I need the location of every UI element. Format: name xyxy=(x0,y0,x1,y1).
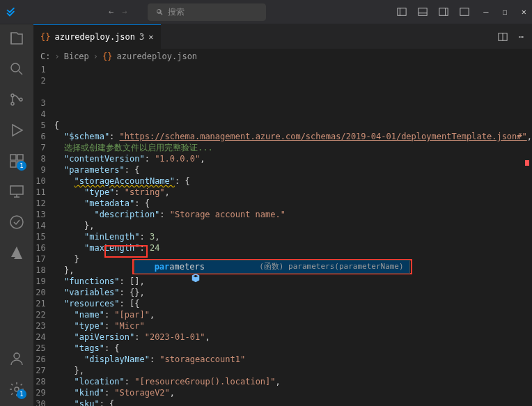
search-icon xyxy=(155,8,164,16)
json-file-icon: {} xyxy=(40,32,50,42)
svg-point-18 xyxy=(10,216,23,228)
azure-icon[interactable] xyxy=(8,244,25,261)
run-debug-icon[interactable] xyxy=(8,122,25,139)
json-file-icon: {} xyxy=(102,52,112,61)
layout-2-icon[interactable] xyxy=(418,7,428,17)
tab-name: azuredeploy.json xyxy=(54,32,135,42)
vscode-logo-icon xyxy=(6,6,17,17)
line-gutter: 1234567891011121314151617181920212223242… xyxy=(33,64,54,406)
layout-3-icon[interactable] xyxy=(439,7,448,17)
chevron-right-icon: › xyxy=(93,52,98,61)
minimap-error-marker[interactable] xyxy=(525,160,529,166)
svg-rect-13 xyxy=(10,155,16,160)
highlight-name-value xyxy=(104,245,148,258)
tab-azuredeploy[interactable]: {} azuredeploy.json 3 ✕ xyxy=(33,24,161,49)
svg-point-11 xyxy=(11,102,14,105)
intellisense-popup[interactable]: parameters (函数) parameters(parameterName… xyxy=(134,260,410,274)
svg-rect-4 xyxy=(439,8,448,16)
tab-actions: ⋯ xyxy=(498,32,532,42)
close-icon[interactable]: ✕ xyxy=(522,7,526,17)
split-editor-icon[interactable] xyxy=(498,32,508,42)
svg-point-19 xyxy=(14,353,19,359)
account-icon[interactable] xyxy=(8,350,25,367)
breadcrumb[interactable]: C: › Bicep › {} azuredeploy.json xyxy=(0,49,532,64)
breadcrumb-part[interactable]: azuredeploy.json xyxy=(117,52,198,61)
minimize-icon[interactable]: ― xyxy=(483,7,488,17)
intellisense-label: parameters xyxy=(155,261,205,272)
editor[interactable]: 1234567891011121314151617181920212223242… xyxy=(33,64,532,406)
svg-rect-15 xyxy=(10,162,16,167)
intellisense-item[interactable]: parameters (函数) parameters(parameterName… xyxy=(135,260,409,273)
title-bar: ← → 搜索 ― ☐ ✕ xyxy=(0,0,532,24)
back-icon[interactable]: ← xyxy=(109,7,114,17)
testing-icon[interactable] xyxy=(8,214,25,231)
settings-icon[interactable]: 1 xyxy=(8,381,25,398)
source-control-icon[interactable] xyxy=(8,91,25,108)
breadcrumb-part[interactable]: Bicep xyxy=(64,52,89,61)
svg-rect-17 xyxy=(10,186,23,194)
settings-badge: 1 xyxy=(17,389,26,399)
maximize-icon[interactable]: ☐ xyxy=(503,7,508,17)
code-content[interactable]: parameters (函数) parameters(parameterName… xyxy=(54,64,532,406)
breadcrumb-part[interactable]: C: xyxy=(40,52,50,61)
layout-4-icon[interactable] xyxy=(460,7,469,17)
forward-icon[interactable]: → xyxy=(122,7,127,17)
svg-point-10 xyxy=(11,94,14,97)
window-controls: ― ☐ ✕ xyxy=(483,7,526,17)
nav-arrows: ← → xyxy=(109,7,127,17)
more-actions-icon[interactable]: ⋯ xyxy=(519,32,524,42)
explorer-icon[interactable] xyxy=(8,30,25,47)
remote-icon[interactable] xyxy=(8,183,25,200)
extensions-badge: 1 xyxy=(17,161,26,171)
search-icon[interactable] xyxy=(8,61,25,77)
minimap[interactable] xyxy=(525,64,529,166)
layout-1-icon[interactable] xyxy=(397,7,407,17)
svg-rect-2 xyxy=(418,8,427,16)
search-placeholder: 搜索 xyxy=(168,6,185,18)
tab-modified-count: 3 xyxy=(139,32,144,42)
svg-rect-6 xyxy=(460,8,469,16)
svg-point-9 xyxy=(11,63,19,72)
title-actions xyxy=(397,7,469,17)
search-input[interactable]: 搜索 xyxy=(148,3,266,21)
svg-rect-0 xyxy=(398,8,406,16)
svg-point-12 xyxy=(19,98,22,101)
tab-bar: {} azuredeploy.json 3 ✕ ⋯ xyxy=(0,24,532,49)
method-icon xyxy=(141,262,150,272)
activity-bar: 1 1 xyxy=(0,24,33,406)
intellisense-desc: (函数) parameters(parameterName) xyxy=(259,261,403,272)
tab-close-icon[interactable]: ✕ xyxy=(148,32,153,42)
extensions-icon[interactable]: 1 xyxy=(8,153,25,169)
svg-rect-14 xyxy=(17,155,23,160)
chevron-right-icon: › xyxy=(54,52,59,61)
